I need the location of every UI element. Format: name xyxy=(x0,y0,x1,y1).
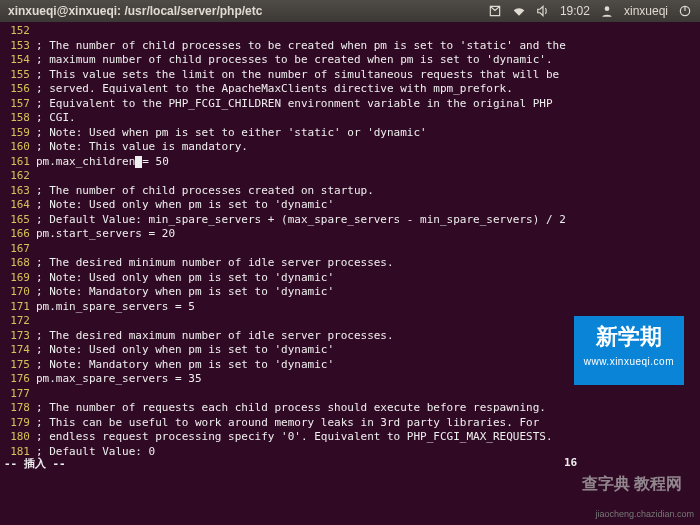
editor-line[interactable]: 171pm.min_spare_servers = 5 xyxy=(4,300,696,315)
line-number: 160 xyxy=(4,140,36,155)
editor-line[interactable]: 167 xyxy=(4,242,696,257)
line-text: ; The number of requests each child proc… xyxy=(36,401,696,416)
editor-line[interactable]: 170; Note: Mandatory when pm is set to '… xyxy=(4,285,696,300)
editor-line[interactable]: 180; endless request processing specify … xyxy=(4,430,696,445)
editor-line[interactable]: 179; This can be useful to work around m… xyxy=(4,416,696,431)
line-text: ; Default Value: min_spare_servers + (ma… xyxy=(36,213,696,228)
line-text: ; Note: Used only when pm is set to 'dyn… xyxy=(36,198,696,213)
line-number: 162 xyxy=(4,169,36,184)
editor-line[interactable]: 157; Equivalent to the PHP_FCGI_CHILDREN… xyxy=(4,97,696,112)
line-number: 171 xyxy=(4,300,36,315)
editor-line[interactable]: 153; The number of child processes to be… xyxy=(4,39,696,54)
line-text: ; Note: Used when pm is set to either 's… xyxy=(36,126,696,141)
editor-line[interactable]: 160; Note: This value is mandatory. xyxy=(4,140,696,155)
line-number: 166 xyxy=(4,227,36,242)
line-text: pm.start_servers = 20 xyxy=(36,227,696,242)
line-number: 173 xyxy=(4,329,36,344)
line-text: ; served. Equivalent to the ApacheMaxCli… xyxy=(36,82,696,97)
window-title: xinxueqi@xinxueqi: /usr/local/server/php… xyxy=(8,4,262,18)
line-text xyxy=(36,24,696,39)
line-text xyxy=(36,242,696,257)
line-text: ; The desired minimum number of idle ser… xyxy=(36,256,696,271)
svg-point-0 xyxy=(605,6,610,11)
line-number: 167 xyxy=(4,242,36,257)
watermark-2: jiaocheng.chazidian.com xyxy=(595,509,694,519)
line-number: 152 xyxy=(4,24,36,39)
line-number: 176 xyxy=(4,372,36,387)
line-number: 153 xyxy=(4,39,36,54)
line-number: 170 xyxy=(4,285,36,300)
watermark-1: 查字典 教程网 xyxy=(582,474,682,495)
watermark-badge: 新学期 www.xinxueqi.com xyxy=(574,316,684,385)
vim-mode: -- 插入 -- xyxy=(4,457,74,470)
line-number: 175 xyxy=(4,358,36,373)
editor-line[interactable]: 164; Note: Used only when pm is set to '… xyxy=(4,198,696,213)
editor-line[interactable]: 155; This value sets the limit on the nu… xyxy=(4,68,696,83)
line-number: 169 xyxy=(4,271,36,286)
clock[interactable]: 19:02 xyxy=(560,4,590,18)
volume-icon[interactable] xyxy=(536,4,550,18)
editor-line[interactable]: 165; Default Value: min_spare_servers + … xyxy=(4,213,696,228)
editor-line[interactable]: 152 xyxy=(4,24,696,39)
line-text: ; Equivalent to the PHP_FCGI_CHILDREN en… xyxy=(36,97,696,112)
vim-position: 16 xyxy=(564,456,577,469)
line-number: 174 xyxy=(4,343,36,358)
line-number: 178 xyxy=(4,401,36,416)
line-number: 168 xyxy=(4,256,36,271)
line-text: ; endless request processing specify '0'… xyxy=(36,430,696,445)
editor-line[interactable]: 159; Note: Used when pm is set to either… xyxy=(4,126,696,141)
editor-line[interactable]: 158; CGI. xyxy=(4,111,696,126)
line-text: ; The number of child processes created … xyxy=(36,184,696,199)
editor-line[interactable]: 161pm.max_children = 50 xyxy=(4,155,696,170)
power-icon[interactable] xyxy=(678,4,692,18)
line-number: 177 xyxy=(4,387,36,402)
user-icon[interactable] xyxy=(600,4,614,18)
line-text: ; Default Value: 0 xyxy=(36,445,696,460)
vim-status-line: -- 插入 -- 16 xyxy=(4,456,74,471)
system-tray: 19:02 xinxueqi xyxy=(488,4,692,18)
line-number: 164 xyxy=(4,198,36,213)
line-number: 154 xyxy=(4,53,36,68)
line-number: 157 xyxy=(4,97,36,112)
badge-text: 新学期 xyxy=(596,324,662,349)
editor-line[interactable]: 154; maximum number of child processes t… xyxy=(4,53,696,68)
line-text: ; This can be useful to work around memo… xyxy=(36,416,696,431)
editor-line[interactable]: 163; The number of child processes creat… xyxy=(4,184,696,199)
line-text: pm.min_spare_servers = 5 xyxy=(36,300,696,315)
line-text: ; maximum number of child processes to b… xyxy=(36,53,696,68)
mail-icon[interactable] xyxy=(488,4,502,18)
editor-line[interactable]: 181; Default Value: 0 xyxy=(4,445,696,460)
line-number: 158 xyxy=(4,111,36,126)
line-text: ; Note: Mandatory when pm is set to 'dyn… xyxy=(36,285,696,300)
line-text: ; Note: Used only when pm is set to 'dyn… xyxy=(36,271,696,286)
line-number: 165 xyxy=(4,213,36,228)
editor-line[interactable]: 168; The desired minimum number of idle … xyxy=(4,256,696,271)
line-number: 161 xyxy=(4,155,36,170)
line-number: 155 xyxy=(4,68,36,83)
line-text: ; The number of child processes to be cr… xyxy=(36,39,696,54)
line-number: 159 xyxy=(4,126,36,141)
cursor xyxy=(135,156,142,168)
line-text xyxy=(36,169,696,184)
badge-url: www.xinxueqi.com xyxy=(584,356,674,367)
menubar: xinxueqi@xinxueqi: /usr/local/server/php… xyxy=(0,0,700,22)
editor-line[interactable]: 169; Note: Used only when pm is set to '… xyxy=(4,271,696,286)
editor-line[interactable]: 162 xyxy=(4,169,696,184)
line-text: pm.max_children = 50 xyxy=(36,155,696,170)
line-text: ; CGI. xyxy=(36,111,696,126)
user-name[interactable]: xinxueqi xyxy=(624,4,668,18)
editor-line[interactable]: 178; The number of requests each child p… xyxy=(4,401,696,416)
line-number: 180 xyxy=(4,430,36,445)
editor-line[interactable]: 156; served. Equivalent to the ApacheMax… xyxy=(4,82,696,97)
line-text: ; This value sets the limit on the numbe… xyxy=(36,68,696,83)
line-number: 172 xyxy=(4,314,36,329)
terminal-editor[interactable]: 152153; The number of child processes to… xyxy=(0,22,700,461)
line-number: 163 xyxy=(4,184,36,199)
line-number: 156 xyxy=(4,82,36,97)
line-text: ; Note: This value is mandatory. xyxy=(36,140,696,155)
wifi-icon[interactable] xyxy=(512,4,526,18)
line-text xyxy=(36,387,696,402)
editor-line[interactable]: 166pm.start_servers = 20 xyxy=(4,227,696,242)
editor-line[interactable]: 177 xyxy=(4,387,696,402)
line-number: 179 xyxy=(4,416,36,431)
